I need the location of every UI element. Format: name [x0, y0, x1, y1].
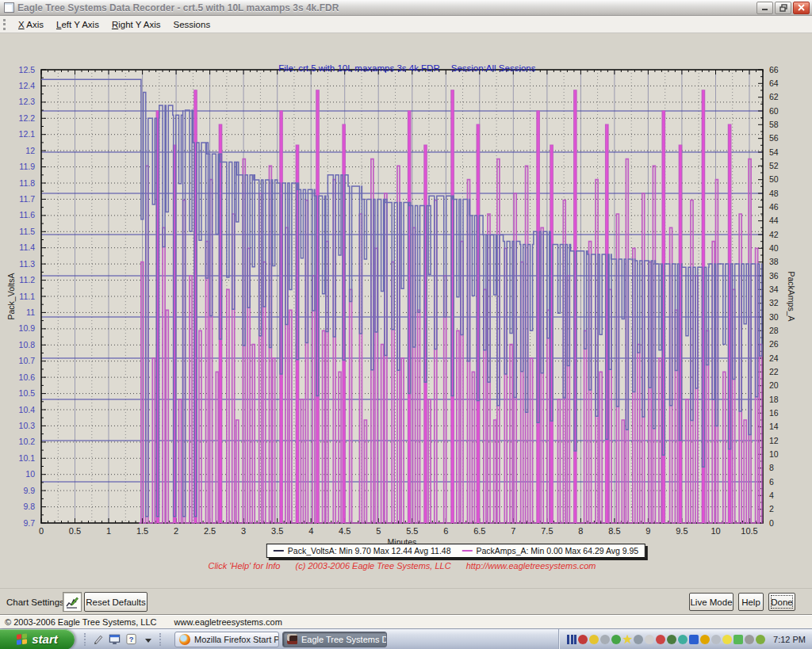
- close-button[interactable]: [793, 2, 810, 14]
- right-axis-tick-label: 24: [769, 353, 779, 363]
- left-axis-tick-label: 10.5: [19, 388, 36, 398]
- left-axis-tick-label: 11.1: [19, 292, 35, 301]
- tray-icon[interactable]: [600, 635, 610, 644]
- quick-launch-overflow-chevron-icon[interactable]: [141, 632, 155, 646]
- x-axis-tick-label: 3: [241, 526, 246, 536]
- right-axis-title: PackAmps_A: [787, 271, 796, 321]
- tray-icon[interactable]: [689, 635, 699, 644]
- left-axis-tick-label: 9.7: [23, 518, 35, 528]
- note-click-help: Click 'Help' for Info: [208, 561, 280, 571]
- tray-icon[interactable]: [667, 635, 676, 644]
- reset-defaults-button[interactable]: Reset Defaults: [84, 592, 147, 612]
- help-button[interactable]: Help: [738, 593, 764, 611]
- right-axis-tick-label: 34: [769, 284, 779, 294]
- left-axis-tick-label: 11.2: [19, 275, 35, 284]
- tray-icon[interactable]: [733, 635, 743, 644]
- taskbar-task-eagle-tree[interactable]: Eagle Tree Systems D...: [282, 632, 387, 647]
- tray-icon[interactable]: [645, 635, 654, 644]
- pen-tool-icon[interactable]: [91, 632, 105, 646]
- menu-item-right-y-axis[interactable]: Right Y Axis: [105, 17, 167, 32]
- quick-launch-separator: [84, 633, 86, 646]
- taskbar-task-firefox[interactable]: Mozilla Firefox Start P...: [174, 632, 279, 647]
- chart-settings-button[interactable]: [63, 592, 82, 612]
- left-axis-tick-label: 11.3: [19, 259, 35, 269]
- x-axis-tick-label: 7: [511, 526, 515, 536]
- controls-bar: Chart Settings: Reset Defaults Live Mode…: [0, 588, 812, 614]
- right-axis-tick-label: 28: [769, 326, 779, 335]
- right-axis-tick-label: 0: [769, 518, 774, 528]
- chart-legend: Pack_VoltsA: Min 9.70 Max 12.44 Avg 11.4…: [266, 544, 645, 558]
- x-axis-tick-label: 10.5: [741, 526, 757, 536]
- legend-volts-text: Pack_VoltsA: Min 9.70 Max 12.44 Avg 11.4…: [288, 546, 451, 555]
- x-axis-tick-label: 6: [443, 526, 448, 536]
- left-axis-tick-label: 9.8: [23, 502, 35, 511]
- live-mode-button[interactable]: Live Mode: [689, 593, 733, 611]
- status-url: www.eagletreesystems.com: [174, 617, 282, 627]
- note-url[interactable]: http://www.eagletreesystems.com: [466, 561, 596, 571]
- x-axis-tick-label: 7.5: [541, 526, 553, 536]
- right-axis-tick-label: 42: [769, 230, 779, 239]
- left-axis-tick-label: 10.1: [19, 453, 36, 463]
- task-label: Mozilla Firefox Start P...: [194, 635, 279, 644]
- help-center-icon[interactable]: ?: [124, 632, 138, 646]
- x-axis-tick-label: 4: [308, 526, 313, 536]
- desktop-window-icon[interactable]: [108, 632, 121, 646]
- right-axis-tick-label: 36: [769, 271, 779, 281]
- x-axis-tick-label: 8: [578, 526, 583, 536]
- tray-icon[interactable]: [756, 635, 765, 644]
- windows-logo-icon: [17, 633, 28, 645]
- tray-icon[interactable]: [678, 635, 688, 644]
- menu-item-x-axis[interactable]: X Axis: [12, 17, 50, 32]
- menu-item-left-y-axis[interactable]: Left Y Axis: [50, 17, 105, 32]
- x-axis-tick-label: 5.5: [406, 526, 418, 536]
- tray-icon[interactable]: [589, 635, 599, 644]
- right-axis-tick-label: 32: [769, 298, 779, 307]
- menu-item-sessions[interactable]: Sessions: [167, 17, 217, 32]
- firefox-icon: [179, 634, 190, 645]
- x-axis-tick-label: 2: [174, 526, 178, 536]
- left-axis-tick-label: 11.4: [19, 242, 35, 252]
- start-button[interactable]: start: [0, 629, 75, 649]
- tray-icon[interactable]: [745, 635, 754, 644]
- amps-series-dash-icon: [462, 550, 472, 552]
- left-axis-tick-label: 12.5: [19, 65, 36, 74]
- left-axis-tick-label: 12.4: [19, 81, 36, 90]
- minimize-button[interactable]: [756, 2, 773, 14]
- left-axis-tick-label: 12: [25, 146, 35, 155]
- svg-text:?: ?: [129, 636, 134, 643]
- tray-icon[interactable]: [634, 635, 643, 644]
- x-axis-tick-label: 10: [710, 526, 720, 536]
- tray-icon[interactable]: [611, 635, 621, 644]
- volts-series-dash-icon: [274, 550, 284, 552]
- x-axis-tick-label: 1: [106, 526, 111, 536]
- tray-icon[interactable]: [622, 635, 632, 644]
- x-axis-tick-label: 2.5: [204, 526, 216, 536]
- x-axis-tick-label: 9.5: [676, 526, 688, 536]
- right-axis-tick-label: 62: [769, 92, 779, 101]
- menu-drag-handle-icon[interactable]: [3, 19, 7, 30]
- app-icon: [4, 2, 14, 13]
- tray-icon[interactable]: [567, 635, 576, 644]
- right-axis-tick-label: 52: [769, 161, 779, 170]
- restore-icon: [779, 4, 787, 12]
- restore-button[interactable]: [775, 2, 791, 14]
- left-axis-tick-label: 10.4: [19, 405, 36, 414]
- x-axis-tick-label: 4.5: [339, 526, 350, 536]
- left-axis-tick-label: 10.3: [19, 421, 36, 430]
- status-copyright: © 2003-2006 Eagle Tree Systems, LLC: [5, 617, 157, 627]
- chart-title-session: Session:All Sessions: [451, 63, 536, 73]
- done-button[interactable]: Done: [768, 593, 795, 611]
- tray-icon[interactable]: [700, 635, 710, 644]
- x-axis-tick-label: 1.5: [136, 526, 148, 536]
- taskbar-clock: 7:12 PM: [773, 635, 806, 644]
- right-axis-tick-label: 4: [769, 491, 774, 500]
- legend-amps-text: PackAmps_A: Min 0.00 Max 64.29 Avg 9.95: [476, 546, 638, 555]
- legend-entry-volts: Pack_VoltsA: Min 9.70 Max 12.44 Avg 11.4…: [274, 546, 451, 555]
- tray-icon[interactable]: [578, 635, 588, 644]
- right-axis-tick-label: 22: [769, 367, 779, 376]
- tray-icon[interactable]: [711, 635, 721, 644]
- window-title: Eagle Tree Systems Data Recorder - crt.5…: [17, 2, 756, 13]
- tray-icon[interactable]: [722, 635, 732, 644]
- quick-launch-bar: ?: [78, 632, 168, 646]
- tray-icon[interactable]: [656, 635, 665, 644]
